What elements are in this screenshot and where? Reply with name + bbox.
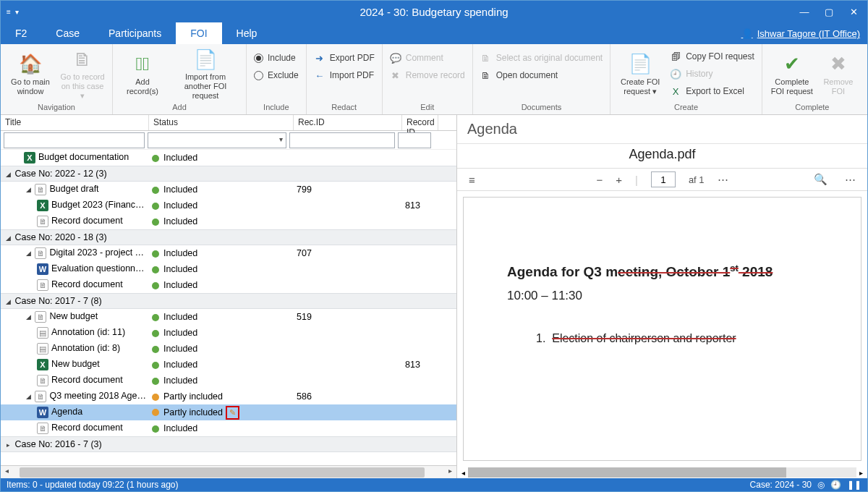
user-link[interactable]: 👤 Ishwar Tagore (IT Office) <box>741 22 860 44</box>
grid-header: Title Status Rec.ID Record ID <box>1 115 456 131</box>
remove-icon: ✖ <box>390 70 401 81</box>
menu-bar: F2 Case Participants FOI Help 👤 Ishwar T… <box>1 22 867 44</box>
pdf-h-scrollbar[interactable]: ◂ ▸ <box>457 467 867 478</box>
export-excel-button[interactable]: XExport to Excel <box>667 83 757 99</box>
group-edit-label: Edit <box>387 103 468 113</box>
arrow-left-icon: ← <box>314 70 326 81</box>
qat-more-icon[interactable]: ▾ <box>15 8 19 16</box>
group-row[interactable]: ▸ Case No: 2016 - 7 (3) <box>1 436 456 452</box>
table-row[interactable]: XBudget 2023 (Finance...Included813 <box>1 198 456 213</box>
close-button[interactable]: ✕ <box>846 4 861 20</box>
scroll-left-icon[interactable]: ◂ <box>461 469 465 477</box>
search-icon[interactable]: 🔍 <box>814 173 827 186</box>
menu-participants[interactable]: Participants <box>94 22 176 44</box>
table-row[interactable]: 🗎Record documentIncluded <box>1 213 456 229</box>
menu-icon[interactable]: ⋯ <box>845 173 856 186</box>
scroll-right-icon[interactable]: ▸ <box>859 469 863 477</box>
menu-foi[interactable]: FOI <box>176 22 221 44</box>
note-icon: ▤ <box>37 343 48 355</box>
table-row[interactable]: ◢ 🗎Q3 meeting 2018 AgendaPartly included… <box>1 389 456 404</box>
x-icon: ✖ <box>830 53 846 76</box>
remove-foi-button[interactable]: ✖Remove FOI <box>819 47 858 102</box>
table-row[interactable]: ◢ 🗎Digital 2023 - project evalu...Includ… <box>1 245 456 261</box>
target-icon[interactable]: ◎ <box>817 480 825 490</box>
status-bar: Items: 0 - updated today 09:22 (1 hours … <box>1 478 867 491</box>
scroll-right-icon[interactable]: ▸ <box>448 467 452 475</box>
home-icon: 🏠 <box>19 53 42 76</box>
col-recordid[interactable]: Record ID <box>402 115 438 130</box>
minimize-button[interactable]: — <box>796 4 812 20</box>
scroll-left-icon[interactable]: ◂ <box>5 467 9 475</box>
zoom-out-button[interactable]: − <box>596 174 603 186</box>
zoom-in-button[interactable]: + <box>616 174 622 186</box>
doc-icon: 🗎 <box>37 423 48 434</box>
copy-foi-button[interactable]: 🗐Copy FOI request <box>667 48 757 64</box>
table-row[interactable]: ◢ 🗎Budget draftIncluded799 <box>1 182 456 198</box>
status-dot-icon <box>152 219 159 226</box>
clock-icon[interactable]: 🕘 <box>830 480 841 490</box>
remove-record-button[interactable]: ✖Remove record <box>387 67 468 83</box>
doc-icon: 🗎 <box>35 247 46 259</box>
table-row[interactable]: ▤Annotation (id: 8)Included <box>1 341 456 357</box>
col-title[interactable]: Title <box>1 115 149 130</box>
col-recid[interactable]: Rec.ID <box>294 115 402 130</box>
add-records-button[interactable]: ＋⃝Add record(s) <box>117 47 168 102</box>
table-row[interactable]: XBudget documentationIncluded <box>1 150 456 166</box>
more-icon[interactable]: ⋯ <box>718 173 728 186</box>
filter-title-input[interactable] <box>4 132 145 148</box>
group-row[interactable]: ◢ Case No: 2022 - 12 (3) <box>1 166 456 182</box>
table-row[interactable]: ▤Annotation (id: 11)Included <box>1 325 456 341</box>
status-dot-icon <box>152 282 159 289</box>
go-to-record-button[interactable]: 🗎Go to record on this case ▾ <box>57 47 108 102</box>
preview-filename: Agenda.pdf <box>457 143 867 168</box>
grid-body[interactable]: XBudget documentationIncluded◢ Case No: … <box>1 150 456 465</box>
filter-status-combo[interactable]: ▾ <box>148 132 286 148</box>
table-row[interactable]: ◢ 🗎New budgetIncluded519 <box>1 309 456 325</box>
complete-foi-button[interactable]: ✔Complete FOI request <box>767 47 817 102</box>
table-row[interactable]: WAgendaPartly included✎ <box>1 404 456 420</box>
qat-dropdown-icon[interactable]: ≡ <box>7 8 11 16</box>
pause-icon[interactable]: ❚❚ <box>847 480 861 490</box>
pdf-title: Agenda for Q3 meeting, October 1st 2018 <box>507 263 832 280</box>
ribbon: 🏠Go to main window 🗎Go to record on this… <box>1 44 867 115</box>
radio-icon <box>254 71 263 80</box>
filter-recid-input[interactable] <box>398 132 431 148</box>
group-navigation-label: Navigation <box>5 103 108 113</box>
maximize-button[interactable]: ▢ <box>821 4 837 20</box>
toc-icon[interactable]: ≡ <box>469 174 475 186</box>
comment-icon: 💬 <box>390 53 401 64</box>
group-row[interactable]: ◢ Case No: 2017 - 7 (8) <box>1 293 456 309</box>
create-foi-button[interactable]: 📄Create FOI request ▾ <box>615 47 665 102</box>
menu-case[interactable]: Case <box>41 22 94 44</box>
exclude-radio[interactable]: Exclude <box>251 67 302 83</box>
select-original-button[interactable]: 🗎Select as original document <box>477 50 605 66</box>
page-input[interactable] <box>651 171 676 187</box>
open-document-button[interactable]: 🗎Open document <box>477 67 605 83</box>
status-dot-icon <box>152 250 159 258</box>
col-status[interactable]: Status <box>149 115 294 130</box>
h-scrollbar[interactable]: ◂ ▸ <box>1 465 456 478</box>
import-foi-button[interactable]: 📄Import from another FOI request <box>169 47 242 102</box>
table-row[interactable]: XNew budgetIncluded813 <box>1 357 456 373</box>
menu-f2[interactable]: F2 <box>1 22 41 44</box>
table-row[interactable]: 🗎Record documentIncluded <box>1 420 456 436</box>
import-pdf-button[interactable]: ←Import PDF <box>311 67 378 83</box>
filter-row: ▾ <box>1 131 456 150</box>
include-radio[interactable]: Include <box>251 50 302 66</box>
table-row[interactable]: WEvaluation questionna...Included <box>1 261 456 277</box>
status-case: Case: 2024 - 30 <box>750 480 812 490</box>
menu-help[interactable]: Help <box>222 22 272 44</box>
scroll-thumb[interactable] <box>20 467 425 478</box>
go-to-main-button[interactable]: 🏠Go to main window <box>5 47 56 102</box>
table-row[interactable]: 🗎Record documentIncluded <box>1 373 456 389</box>
export-pdf-button[interactable]: ➜Export PDF <box>311 50 378 66</box>
document-check-icon: 🗎 <box>480 53 492 64</box>
scroll-thumb[interactable] <box>468 467 786 478</box>
filter-rec-input[interactable] <box>289 132 395 148</box>
history-button[interactable]: 🕘History <box>667 66 757 82</box>
comment-button[interactable]: 💬Comment <box>387 50 468 66</box>
status-dot-icon <box>152 203 159 210</box>
group-row[interactable]: ◢ Case No: 2020 - 18 (3) <box>1 229 456 245</box>
pdf-time: 10:00 – 11:30 <box>507 289 832 303</box>
table-row[interactable]: 🗎Record documentIncluded <box>1 277 456 293</box>
